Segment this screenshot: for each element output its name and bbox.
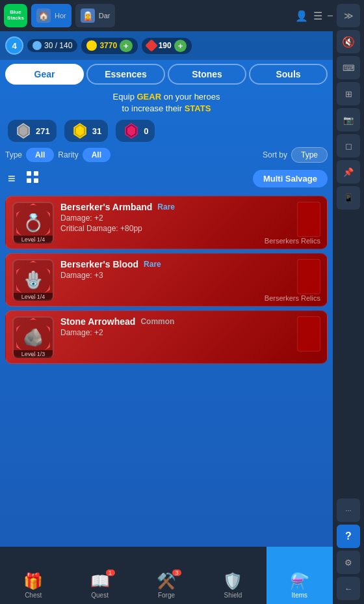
mobile-btn[interactable]: 📱 bbox=[337, 186, 360, 210]
forge-badge-wrap: ⚒️ 3 bbox=[157, 572, 176, 590]
sort-by-button[interactable]: Type bbox=[291, 147, 328, 163]
currency-item-0: 271 bbox=[8, 120, 57, 142]
item-rarity-2: Common bbox=[140, 317, 174, 326]
nav-label-forge: Forge bbox=[158, 592, 175, 599]
right-sidebar: ≫ 🔇 ⌨ ⊞ 📷 ◻ 📌 📱 ··· ? ⚙ ← bbox=[333, 0, 364, 604]
item-stat-0-0: Damage: +2 bbox=[60, 213, 291, 223]
back-btn[interactable]: ← bbox=[337, 577, 360, 600]
gear-tab-bar: Gear Essences Stones Souls bbox=[0, 60, 333, 89]
game-icon: 🧝 bbox=[81, 8, 95, 23]
pin-btn[interactable]: 📌 bbox=[337, 160, 360, 184]
sort-by-label: Sort by bbox=[263, 150, 287, 159]
home-icon: 🏠 bbox=[36, 8, 51, 23]
item-level-1: Level 1/4 bbox=[14, 293, 53, 301]
item-set-0: Berserkers Relics bbox=[265, 237, 320, 245]
nav-item-chest[interactable]: 🎁 Chest bbox=[0, 547, 66, 604]
item-info-2: Stone Arrowhead Common Damage: +2 bbox=[60, 316, 291, 337]
shield-icon: 🛡️ bbox=[223, 572, 242, 590]
item-thumbnail-1 bbox=[297, 259, 320, 294]
quest-badge-wrap: 📖 1 bbox=[90, 572, 110, 590]
equip-line2: to increase their STATS bbox=[0, 103, 333, 115]
item-name-2: Stone Arrowhead bbox=[60, 316, 135, 327]
item-card-1[interactable]: 🪬 Level 1/4 Berserker's Blood Rare Damag… bbox=[5, 253, 328, 307]
item-icon-1: 🪬 Level 1/4 bbox=[12, 259, 54, 301]
nav-item-quest[interactable]: 📖 1 Quest bbox=[66, 547, 133, 604]
bs-tab-game[interactable]: 🧝 Dar bbox=[75, 4, 116, 27]
item-rarity-1: Rare bbox=[144, 260, 161, 269]
gem-value: 190 bbox=[159, 41, 172, 50]
nav-item-items[interactable]: ⚗️ Items bbox=[266, 547, 333, 604]
item-stat-1-0: Damage: +3 bbox=[60, 271, 291, 280]
currency-icon-2 bbox=[122, 122, 140, 140]
menu-icon[interactable]: ☰ bbox=[313, 10, 322, 22]
svg-rect-9 bbox=[34, 178, 38, 183]
user-icon[interactable]: 👤 bbox=[295, 10, 308, 22]
screenshot-btn[interactable]: 📷 bbox=[337, 108, 360, 131]
gem-icon bbox=[145, 39, 158, 52]
equip-line1: Equip GEAR on your heroes bbox=[0, 91, 333, 103]
keyboard-btn[interactable]: ⌨ bbox=[337, 56, 360, 79]
bs-tab-home[interactable]: 🏠 Hor bbox=[31, 4, 72, 27]
type-filter-button[interactable]: All bbox=[26, 148, 54, 162]
tab-essences[interactable]: Essences bbox=[86, 64, 165, 85]
nav-item-shield[interactable]: 🛡️ Shield bbox=[200, 547, 266, 604]
currency-icon-0 bbox=[14, 122, 32, 140]
more-btn[interactable]: ··· bbox=[337, 499, 360, 522]
tab-souls[interactable]: Souls bbox=[249, 64, 328, 85]
nav-label-chest: Chest bbox=[25, 592, 42, 599]
svg-rect-8 bbox=[27, 178, 31, 183]
item-name-0: Berserker's Armband bbox=[60, 202, 152, 212]
energy-value: 30 / 140 bbox=[44, 41, 72, 50]
volume-btn[interactable]: 🔇 bbox=[337, 30, 360, 53]
item-icon-2: 🪨 Level 1/3 bbox=[12, 316, 54, 358]
item-card-2[interactable]: 🪨 Level 1/3 Stone Arrowhead Common Damag… bbox=[5, 310, 328, 364]
copy-btn[interactable]: ◻ bbox=[337, 134, 360, 158]
gold-value: 3770 bbox=[99, 41, 117, 50]
item-set-1: Berserkers Relics bbox=[265, 294, 320, 302]
game-area: 4 30 / 140 3770 + 190 + Gear Essences St… bbox=[0, 31, 333, 604]
add-gems-button[interactable]: + bbox=[174, 40, 187, 52]
energy-icon bbox=[32, 41, 42, 50]
help-btn[interactable]: ? bbox=[337, 525, 360, 548]
bs-tab-home-label: Hor bbox=[55, 12, 66, 20]
currency-item-2: 0 bbox=[116, 120, 155, 142]
action-row: ≡ Multi Salvage bbox=[0, 165, 333, 193]
currency-value-0: 271 bbox=[36, 126, 50, 136]
multiwindow-btn[interactable]: ⊞ bbox=[337, 82, 360, 105]
skip-btn[interactable]: ≫ bbox=[337, 4, 360, 27]
rarity-filter-button[interactable]: All bbox=[83, 148, 110, 162]
add-gold-button[interactable]: + bbox=[120, 40, 133, 52]
nav-label-shield: Shield bbox=[224, 592, 242, 599]
nav-label-items: Items bbox=[292, 592, 307, 599]
item-level-0: Level 1/4 bbox=[14, 236, 53, 243]
grid-view-icon[interactable] bbox=[23, 168, 42, 189]
list-view-icon[interactable]: ≡ bbox=[5, 169, 18, 189]
coin-icon bbox=[86, 40, 97, 51]
chest-icon: 🎁 bbox=[23, 572, 43, 590]
currency-value-2: 0 bbox=[144, 126, 148, 136]
item-rarity-0: Rare bbox=[157, 202, 175, 212]
gem-display: 190 + bbox=[142, 38, 192, 54]
currency-icon-1 bbox=[71, 122, 89, 140]
currency-value-1: 31 bbox=[92, 126, 101, 136]
item-info-1: Berserker's Blood Rare Damage: +3 bbox=[60, 259, 291, 280]
multi-salvage-button[interactable]: Multi Salvage bbox=[253, 170, 328, 187]
player-level: 4 bbox=[5, 36, 23, 55]
filter-row: Type All Rarity All Sort by Type bbox=[0, 144, 333, 165]
tab-gear[interactable]: Gear bbox=[5, 64, 84, 85]
nav-label-quest: Quest bbox=[91, 592, 109, 599]
tab-stones[interactable]: Stones bbox=[168, 64, 246, 85]
bs-tab-game-label: Dar bbox=[99, 12, 110, 20]
hud: 4 30 / 140 3770 + 190 + bbox=[0, 31, 333, 60]
item-stat-2-0: Damage: +2 bbox=[60, 328, 291, 337]
bs-logo: BlueStacks bbox=[4, 4, 27, 27]
item-info-0: Berserker's Armband Rare Damage: +2 Crit… bbox=[60, 202, 291, 233]
item-card-0[interactable]: 💍 Level 1/4 Berserker's Armband Rare Dam… bbox=[5, 196, 328, 249]
nav-item-forge[interactable]: ⚒️ 3 Forge bbox=[133, 547, 200, 604]
currency-row: 271 31 0 bbox=[0, 117, 333, 144]
item-name-1: Berserker's Blood bbox=[60, 259, 138, 269]
item-stat-0-1: Critical Damage: +80pp bbox=[60, 224, 291, 233]
item-thumbnail-0 bbox=[297, 202, 320, 237]
settings-btn[interactable]: ⚙ bbox=[337, 551, 360, 574]
forge-badge: 3 bbox=[172, 570, 181, 576]
